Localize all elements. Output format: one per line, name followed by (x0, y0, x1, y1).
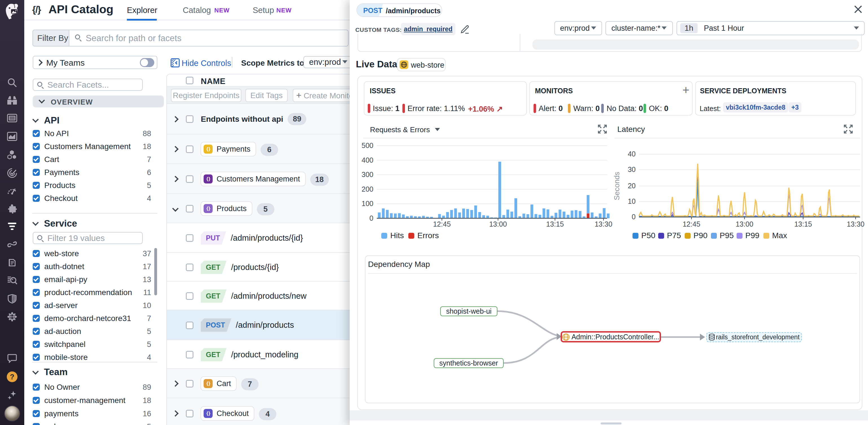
svg-text:Seconds: Seconds (613, 172, 621, 200)
svg-text:300: 300 (362, 170, 373, 178)
svg-text:13:15: 13:15 (546, 220, 564, 228)
svg-text:13:30: 13:30 (847, 220, 865, 228)
svg-text:Errors: Errors (417, 231, 439, 240)
svg-text:13:00: 13:00 (489, 220, 507, 228)
svg-text:10: 10 (628, 197, 636, 205)
svg-text:Hits: Hits (390, 231, 404, 240)
svg-text:12:45: 12:45 (433, 220, 451, 228)
svg-text:0: 0 (632, 213, 636, 221)
svg-text:P95: P95 (720, 231, 734, 240)
svg-text:P90: P90 (693, 231, 708, 240)
svg-text:30: 30 (628, 165, 636, 173)
svg-text:500: 500 (362, 141, 373, 150)
svg-text:0: 0 (369, 214, 373, 222)
svg-text:400: 400 (362, 156, 373, 164)
svg-text:100: 100 (362, 200, 373, 207)
svg-text:P50: P50 (641, 231, 655, 240)
svg-text:40: 40 (628, 150, 636, 158)
svg-text:Max: Max (772, 231, 787, 240)
svg-text:P75: P75 (667, 231, 681, 240)
svg-text:13:00: 13:00 (736, 220, 753, 228)
svg-text:12:45: 12:45 (683, 220, 701, 228)
svg-text:200: 200 (362, 185, 373, 193)
svg-text:20: 20 (628, 182, 636, 190)
svg-text:13:15: 13:15 (795, 220, 812, 228)
svg-text:P99: P99 (745, 231, 760, 240)
